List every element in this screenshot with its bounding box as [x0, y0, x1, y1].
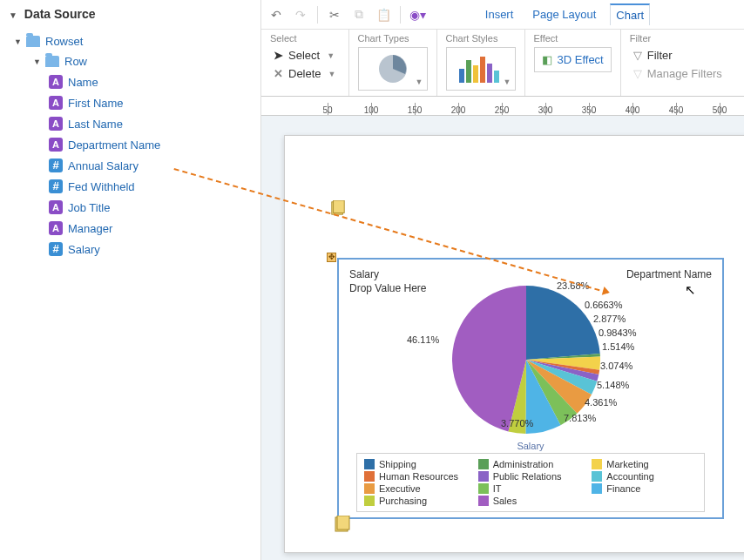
tree-field-job-title[interactable]: AJob Title: [9, 197, 252, 218]
tree-label: Rowset: [45, 35, 83, 48]
undo-icon[interactable]: ↶: [268, 7, 284, 23]
legend-label: Sales: [493, 496, 517, 506]
slice-percent-label: 5.148%: [597, 380, 629, 390]
legend-item-finance[interactable]: Finance: [592, 483, 697, 494]
svg-rect-10: [337, 516, 349, 530]
chevron-down-icon: ▼: [328, 70, 336, 78]
chevron-down-icon: ▼: [327, 51, 335, 60]
toolbar: ↶ ↷ ✂ ⧉ 📋 ◉▾ Insert Page Layout Chart: [261, 0, 744, 30]
tree-field-department-name[interactable]: ADepartment Name: [9, 134, 252, 155]
legend-item-shipping[interactable]: Shipping: [364, 459, 470, 469]
tab-insert[interactable]: Insert: [480, 4, 519, 24]
tree-field-annual-salary[interactable]: #Annual Salary: [9, 155, 252, 176]
axis-label: Salary: [339, 441, 722, 451]
chevron-down-icon: ▼: [33, 57, 42, 66]
svg-rect-2: [466, 60, 471, 83]
legend-swatch: [592, 483, 602, 494]
field-label: Annual Salary: [68, 159, 139, 172]
funnel-icon: ▽: [633, 67, 642, 80]
separator: [400, 6, 401, 24]
legend-label: Shipping: [379, 459, 416, 469]
chevron-down-icon: ▼: [416, 78, 423, 86]
legend-label: Executive: [379, 483, 421, 494]
ribbon-group-effect: Effect ◧ 3D Effect: [525, 30, 621, 96]
slice-percent-label: 0.9843%: [599, 327, 636, 338]
legend-swatch: [478, 459, 489, 469]
legend-label: Accounting: [606, 471, 653, 482]
delete-button[interactable]: ✕ Delete ▼: [270, 65, 340, 82]
tree-field-last-name[interactable]: ALast Name: [9, 113, 252, 134]
tree-field-name[interactable]: AName: [9, 71, 252, 92]
text-field-icon: A: [49, 75, 63, 89]
text-field-icon: A: [49, 200, 63, 214]
legend-label: Marketing: [606, 459, 648, 469]
three-d-effect-button[interactable]: ◧ 3D Effect: [534, 47, 612, 72]
filter-button[interactable]: ▽ Filter: [630, 47, 726, 64]
pointer-icon: ➤: [274, 49, 283, 62]
bar-style-icon: [455, 51, 507, 86]
paste-icon[interactable]: 📋: [375, 7, 391, 23]
number-field-icon: #: [49, 159, 63, 172]
note-icon: [330, 200, 346, 216]
drop-value-placeholder[interactable]: Drop Value Here: [349, 282, 427, 294]
tree-node-row[interactable]: ▼ Row: [9, 51, 252, 71]
tree-field-fed-withheld[interactable]: #Fed Withheld: [9, 176, 252, 197]
slice-percent-label: 3.770%: [501, 418, 533, 428]
legend-swatch: [364, 496, 375, 506]
legend-item-administration[interactable]: Administration: [478, 459, 584, 469]
field-label: Last Name: [68, 118, 123, 131]
tree-root-rowset[interactable]: ▼ Rowset: [9, 31, 252, 51]
redo-icon[interactable]: ↷: [293, 7, 308, 23]
svg-rect-8: [334, 200, 345, 213]
design-canvas[interactable]: Salary R ✥ Salary Drop Value Here Depart…: [261, 116, 744, 560]
tab-chart[interactable]: Chart: [610, 3, 650, 25]
legend-item-executive[interactable]: Executive: [364, 483, 470, 494]
legend-label: IT: [493, 483, 502, 494]
legend-label: Finance: [606, 483, 640, 494]
number-field-icon: #: [49, 242, 63, 256]
field-label: Salary: [68, 243, 100, 256]
editor-main: ↶ ↷ ✂ ⧉ 📋 ◉▾ Insert Page Layout Chart Se…: [261, 0, 744, 560]
horizontal-ruler: 50100150200250300350400450500: [261, 97, 744, 116]
refresh-icon[interactable]: ◉▾: [409, 7, 425, 23]
chart-container[interactable]: ✥ Salary Drop Value Here Department Name…: [337, 258, 724, 519]
chart-style-picker[interactable]: ▼: [446, 47, 516, 91]
chevron-down-icon: ▼: [14, 37, 23, 46]
collapse-icon[interactable]: ▼: [9, 10, 17, 20]
pie-slice-shipping[interactable]: [526, 286, 600, 360]
legend-item-public-relations[interactable]: Public Relations: [478, 471, 584, 482]
chart-value-label: Salary: [349, 268, 379, 280]
legend-item-it[interactable]: IT: [478, 483, 584, 494]
move-handle-icon[interactable]: ✥: [327, 253, 336, 262]
tab-page-layout[interactable]: Page Layout: [527, 4, 601, 24]
tree-field-salary[interactable]: #Salary: [9, 239, 252, 260]
legend-item-purchasing[interactable]: Purchasing: [364, 496, 470, 506]
group-label: Chart Types: [358, 33, 428, 44]
pie-chart: [452, 286, 600, 434]
group-label: Chart Styles: [446, 33, 516, 44]
chart-series-label[interactable]: Department Name: [626, 268, 712, 280]
ribbon-group-select: Select ➤ Select ▼ ✕ Delete ▼: [261, 30, 349, 96]
copy-icon[interactable]: ⧉: [351, 7, 367, 23]
legend-item-human-resources[interactable]: Human Resources: [364, 471, 470, 482]
tree-field-manager[interactable]: AManager: [9, 218, 252, 239]
tree-field-first-name[interactable]: AFirst Name: [9, 92, 252, 113]
svg-rect-3: [473, 65, 478, 83]
chart-type-picker[interactable]: ▼: [358, 47, 428, 91]
legend-item-sales[interactable]: Sales: [478, 496, 584, 506]
cut-icon[interactable]: ✂: [327, 7, 342, 23]
legend-swatch: [364, 483, 375, 494]
group-label: Select: [270, 33, 340, 44]
legend-swatch: [592, 471, 602, 482]
slice-percent-label: 1.514%: [602, 341, 634, 352]
panel-title: Data Source: [24, 7, 96, 21]
select-button[interactable]: ➤ Select ▼: [270, 47, 340, 64]
field-label: First Name: [68, 97, 124, 110]
legend-label: Administration: [493, 459, 554, 469]
field-label: Job Title: [68, 201, 110, 214]
ribbon-group-filter: Filter ▽ Filter ▽ Manage Filters: [621, 30, 734, 96]
legend-item-marketing[interactable]: Marketing: [592, 459, 697, 469]
manage-filters-button[interactable]: ▽ Manage Filters: [630, 65, 726, 82]
legend-item-accounting[interactable]: Accounting: [592, 471, 697, 482]
legend-swatch: [478, 483, 489, 494]
